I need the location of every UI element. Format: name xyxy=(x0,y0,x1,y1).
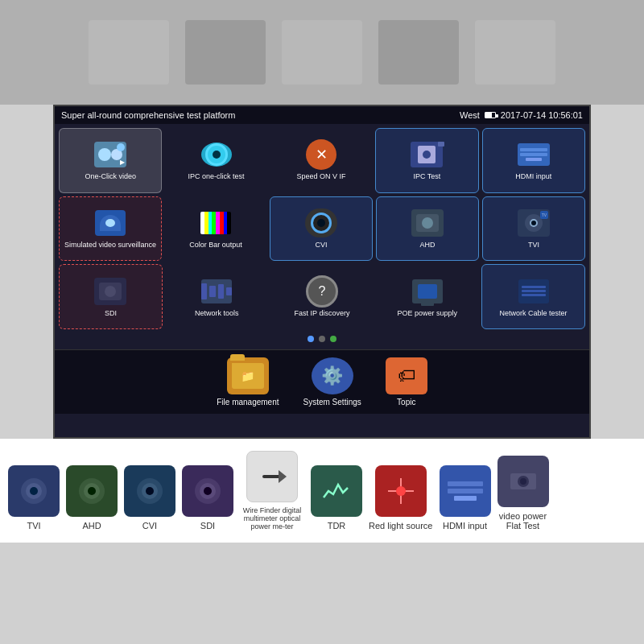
product-hdmi2[interactable]: HDMI input xyxy=(440,465,491,530)
product-label-hdmi2: HDMI input xyxy=(443,521,487,530)
dock-label-topic: Topic xyxy=(397,398,415,407)
products-area: TVI AHD CVI SDI xyxy=(0,439,644,543)
product-icon-tdr xyxy=(311,465,362,517)
dock-label-file-management: File management xyxy=(217,398,279,407)
product-label-tdr: TDR xyxy=(328,521,346,530)
top-thumb-2 xyxy=(185,20,266,85)
product-sdi[interactable]: SDI xyxy=(182,465,233,530)
ahd-icon xyxy=(410,208,445,238)
app-cvi[interactable]: CVI xyxy=(270,196,373,262)
product-label-ahd: AHD xyxy=(82,521,101,530)
product-label-wire-finder: Wire Finder digital multimeter optical p… xyxy=(240,506,304,530)
top-thumb-3 xyxy=(282,20,362,85)
app-label-one-click-video: One-Click video xyxy=(85,172,136,181)
dock-file-management[interactable]: 📁 File management xyxy=(217,357,279,407)
cable-tester-icon xyxy=(516,276,551,307)
app-label-ipc-test: IPC Test xyxy=(413,172,440,181)
tvi-icon: TV xyxy=(516,208,551,238)
battery-icon xyxy=(485,112,496,118)
product-label-cvi: CVI xyxy=(142,521,157,530)
app-tvi[interactable]: TV TVI xyxy=(482,196,585,262)
status-location: West xyxy=(460,110,480,120)
grid-row-2: Simulated video surveillance Colo xyxy=(59,196,585,262)
app-sdi[interactable]: SDI xyxy=(59,264,163,329)
app-label-poe-power: POE power supply xyxy=(398,309,458,318)
dot-2[interactable] xyxy=(319,336,325,342)
app-ipc-test[interactable]: IPC Test xyxy=(375,128,478,193)
product-icon-red xyxy=(375,465,427,517)
app-network-cable[interactable]: Network Cable tester xyxy=(481,264,585,329)
app-ipc-one-click[interactable]: IPC one-click test xyxy=(165,128,266,193)
app-label-simulated-video: Simulated video surveillance xyxy=(64,241,156,250)
products-row: TVI AHD CVI SDI xyxy=(8,451,636,530)
ipc-icon xyxy=(199,139,234,170)
product-video-power[interactable]: video power Flat Test xyxy=(497,456,549,530)
hdmi-icon xyxy=(516,139,551,170)
app-color-bar[interactable]: Color Bar output xyxy=(165,196,266,262)
svg-point-11 xyxy=(204,487,212,495)
product-icon-sdi xyxy=(182,465,233,517)
product-label-red-light: Red light source xyxy=(369,521,433,530)
product-red-light[interactable]: Red light source xyxy=(369,465,433,530)
product-tdr[interactable]: TDR xyxy=(311,465,362,530)
product-tvi[interactable]: TVI xyxy=(8,465,60,530)
battery-fill xyxy=(485,113,492,118)
dock-topic[interactable]: 🏷 Topic xyxy=(386,357,427,407)
top-thumb-4 xyxy=(378,20,459,85)
product-label-tvi: TVI xyxy=(27,521,40,530)
status-platform-text: Super all-round comprehensive test platf… xyxy=(61,110,235,120)
svg-marker-13 xyxy=(279,470,287,483)
app-label-hdmi-input: HDMI input xyxy=(515,172,551,181)
top-thumb-1 xyxy=(89,20,169,85)
product-icon-hdmi2 xyxy=(440,465,491,517)
product-icon-wire xyxy=(246,451,298,502)
app-label-fast-ip: Fast IP discovery xyxy=(295,309,350,318)
dome-camera-icon xyxy=(93,208,128,238)
device-screen: Super all-round comprehensive test platf… xyxy=(53,105,591,439)
app-simulated-video[interactable]: Simulated video surveillance xyxy=(59,196,162,262)
bottom-dock: 📁 File management ⚙️ System Settings 🏷 T… xyxy=(55,349,589,414)
app-label-sdi: SDI xyxy=(105,309,117,318)
fast-ip-icon: ? xyxy=(304,276,340,307)
grid-row-1: ▶ One-Click video IPC one-click test xyxy=(59,128,585,193)
status-bar: Super all-round comprehensive test platf… xyxy=(55,106,589,124)
dot-3[interactable] xyxy=(330,336,336,342)
product-label-video-power: video power Flat Test xyxy=(499,511,547,530)
svg-point-19 xyxy=(520,478,526,485)
app-label-tvi: TVI xyxy=(528,241,539,250)
app-label-network-tools: Network tools xyxy=(195,309,239,318)
tool-icon: ✕ xyxy=(303,139,339,170)
app-fast-ip[interactable]: ? Fast IP discovery xyxy=(271,264,374,329)
dock-system-settings[interactable]: ⚙️ System Settings xyxy=(303,357,361,407)
product-label-sdi: SDI xyxy=(200,521,215,530)
app-hdmi-input[interactable]: HDMI input xyxy=(482,128,585,193)
product-cvi[interactable]: CVI xyxy=(124,465,175,530)
app-speed-on-vif[interactable]: ✕ Speed ON V IF xyxy=(270,128,372,193)
app-label-ahd: AHD xyxy=(419,241,435,250)
colorbar-icon xyxy=(198,208,233,238)
cvi-icon xyxy=(303,208,339,238)
dock-label-system-settings: System Settings xyxy=(303,398,361,407)
product-ahd[interactable]: AHD xyxy=(66,465,118,530)
app-grid: ▶ One-Click video IPC one-click test xyxy=(55,124,589,349)
settings-icon: ⚙️ xyxy=(312,357,353,394)
folder-icon: 📁 xyxy=(227,357,269,394)
app-label-ipc-one-click: IPC one-click test xyxy=(188,172,245,181)
camera-play-icon: ▶ xyxy=(93,139,128,170)
product-icon-video xyxy=(497,456,549,507)
app-label-color-bar: Color Bar output xyxy=(189,241,242,250)
app-label-speed-on-vif: Speed ON V IF xyxy=(297,172,346,181)
app-one-click-video[interactable]: ▶ One-Click video xyxy=(59,128,162,193)
network-tools-icon xyxy=(199,276,234,307)
grid-row-3: SDI Network tools ? Fast IP discov xyxy=(59,264,585,329)
product-icon-ahd xyxy=(66,465,118,517)
svg-point-8 xyxy=(146,487,154,495)
svg-point-2 xyxy=(30,487,38,495)
product-icon-cvi xyxy=(124,465,175,517)
product-wire-finder[interactable]: Wire Finder digital multimeter optical p… xyxy=(240,451,304,530)
app-poe-power[interactable]: POE power supply xyxy=(376,264,478,329)
app-ahd[interactable]: AHD xyxy=(376,196,479,262)
dot-1[interactable] xyxy=(308,336,314,342)
app-network-tools[interactable]: Network tools xyxy=(166,264,268,329)
svg-point-5 xyxy=(88,487,96,495)
